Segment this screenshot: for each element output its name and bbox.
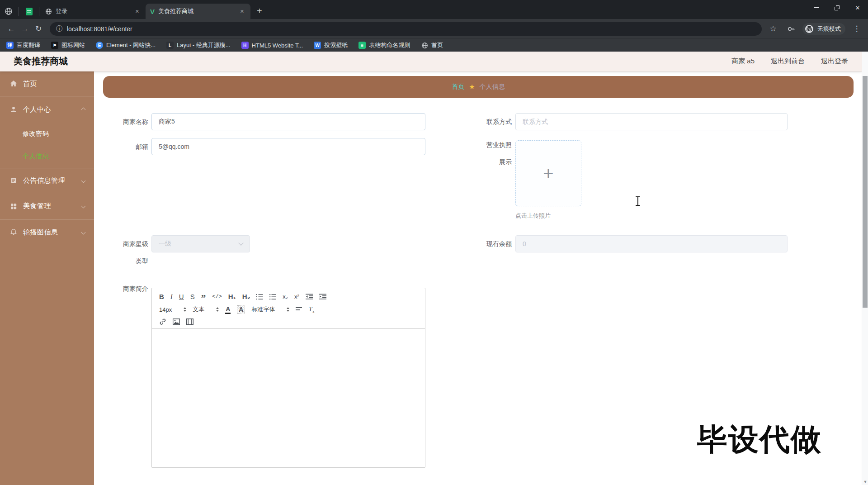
back-button[interactable]: ← [5, 22, 18, 36]
superscript-icon[interactable]: x² [294, 293, 299, 300]
sidebar-item-food-management[interactable]: 美食管理 [0, 193, 94, 219]
minimize-button[interactable] [806, 0, 826, 15]
tab-app[interactable]: V 美食推荐商城 ✕ [146, 4, 250, 19]
font-size-picker[interactable]: 14px [159, 306, 186, 313]
code-block-icon[interactable]: </> [212, 294, 222, 300]
tab-title: 美食推荐商城 [158, 7, 235, 15]
bookmark-favicon: ≡ [359, 42, 366, 49]
sidebar-item-carousel-info[interactable]: 轮播图信息 [0, 219, 94, 245]
updown-caret-icon [216, 307, 219, 312]
bookmark-layui[interactable]: L Layui - 经典开源模... [166, 41, 230, 49]
bookmark-home[interactable]: 首页 [421, 41, 443, 49]
bookmark-star-icon[interactable]: ☆ [766, 22, 780, 36]
line-height-icon[interactable] [296, 307, 302, 312]
sidebar-item-change-password[interactable]: 修改密码 [0, 123, 94, 145]
link-icon[interactable] [159, 318, 166, 325]
breadcrumb-current: 个人信息 [480, 83, 505, 91]
reload-button[interactable]: ↻ [32, 22, 45, 36]
scrollbar-thumb[interactable] [863, 76, 868, 308]
tab-close-icon[interactable]: ✕ [238, 8, 246, 15]
subscript-icon[interactable]: x₂ [283, 293, 288, 300]
sidebar-item-home[interactable]: 首页 [0, 71, 94, 96]
app-header: 美食推荐商城 商家 a5 退出到前台 退出登录 [0, 52, 862, 71]
balance-label: 现有余额 [479, 235, 512, 252]
scrollbar-down-arrow-icon[interactable]: ▼ [862, 480, 868, 484]
new-tab-button[interactable]: + [250, 6, 269, 19]
bookmark-table-naming[interactable]: ≡ 表结构命名规则 [359, 41, 410, 49]
license-label-line2: 展示 [479, 157, 512, 166]
logout-link[interactable]: 退出登录 [821, 57, 848, 66]
tab-login[interactable]: 登录 ✕ [41, 4, 146, 19]
email-input[interactable] [151, 138, 425, 155]
license-upload-dropzone[interactable]: + [515, 140, 581, 206]
updown-caret-icon [184, 307, 186, 312]
image-icon[interactable] [173, 319, 180, 325]
chevron-up-icon [81, 107, 86, 112]
sidebar-item-label: 首页 [23, 80, 37, 88]
contact-input[interactable] [515, 113, 788, 130]
star-level-select[interactable]: 一级 [151, 235, 250, 252]
bold-icon[interactable]: B [159, 293, 164, 301]
text-style-picker[interactable]: 文本 [193, 305, 219, 314]
ordered-list-icon[interactable] [256, 294, 263, 300]
bookmark-element[interactable]: E Element - 网站快... [96, 41, 156, 49]
vue-favicon: V [150, 8, 155, 15]
browser-tab-strip: 登录 ✕ V 美食推荐商城 ✕ + ✕ [0, 0, 868, 19]
restore-button[interactable] [826, 0, 847, 15]
font-family-picker[interactable]: 标准字体 [251, 305, 289, 314]
video-icon[interactable] [186, 319, 193, 325]
highlight-color-icon[interactable]: A [237, 305, 245, 314]
restore-icon [835, 5, 840, 10]
address-bar[interactable]: ⓘ localhost:8081/#/center [50, 22, 762, 36]
sidebar-item-notice-management[interactable]: 公告信息管理 [0, 168, 94, 193]
clear-format-icon[interactable]: Tx [308, 305, 314, 314]
close-button[interactable]: ✕ [847, 0, 868, 15]
sidebar-item-personal-center[interactable]: 个人中心 [0, 96, 94, 123]
incognito-icon [805, 24, 814, 33]
bookmark-wallpaper[interactable]: W 搜索壁纸 [314, 41, 348, 49]
editor-toolbar: B I U S ” </> H₁ H₂ x₂ x² [152, 288, 425, 329]
site-info-icon[interactable]: ⓘ [56, 25, 62, 33]
home-icon [10, 80, 17, 87]
chevron-down-icon [81, 178, 86, 183]
strikethrough-icon[interactable]: S [190, 293, 195, 301]
star-level-label-line1: 商家星级 [107, 235, 148, 252]
bullet-list-icon[interactable] [269, 294, 276, 300]
updown-caret-icon [287, 307, 289, 312]
header-links: 商家 a5 退出到前台 退出登录 [731, 57, 848, 66]
url-text: localhost:8081/#/center [67, 25, 132, 33]
page-scrollbar[interactable]: ▼ [862, 52, 868, 485]
indent-icon[interactable] [319, 294, 326, 300]
minimize-icon [814, 7, 819, 8]
tab-close-icon[interactable]: ✕ [133, 8, 141, 15]
editor-content[interactable] [152, 329, 425, 467]
bulletin-icon [10, 177, 17, 184]
bookmark-favicon: L [166, 42, 174, 49]
merchant-name-input[interactable] [151, 113, 425, 130]
italic-icon[interactable]: I [170, 293, 173, 301]
browser-menu-icon[interactable]: ⋮ [850, 22, 863, 36]
outdent-icon[interactable] [306, 294, 313, 300]
blockquote-icon[interactable]: ” [201, 292, 206, 301]
underline-icon[interactable]: U [179, 293, 184, 301]
pinned-tab-1[interactable] [0, 4, 17, 19]
bookmark-baidu-translate[interactable]: 译 百度翻译 [6, 41, 40, 49]
header-1-icon[interactable]: H₁ [228, 293, 236, 301]
sidebar-item-profile-active[interactable]: 个人信息 [0, 145, 94, 168]
text-color-icon[interactable]: A [225, 305, 231, 314]
text-style-value: 文本 [193, 305, 204, 314]
browser-toolbar: ← → ↻ ⓘ localhost:8081/#/center ☆ 无痕模式 ⋮ [0, 19, 868, 38]
bookmark-icon-site[interactable]: ⚑ 图标网站 [51, 41, 85, 49]
bookmark-html5[interactable]: H HTML5 Website T... [241, 42, 303, 49]
bookmark-favicon: W [314, 42, 321, 49]
breadcrumb-home-link[interactable]: 首页 [452, 83, 464, 91]
bookmark-favicon: H [241, 42, 249, 49]
password-key-icon[interactable] [784, 22, 798, 36]
exit-to-front-link[interactable]: 退出到前台 [771, 57, 805, 66]
bookmark-label: 图标网站 [61, 41, 85, 49]
forward-button[interactable]: → [18, 22, 32, 36]
header-2-icon[interactable]: H₂ [242, 293, 250, 301]
rich-text-editor: B I U S ” </> H₁ H₂ x₂ x² [151, 288, 425, 468]
pinned-tab-2[interactable] [20, 4, 38, 19]
bookmark-label: 搜索壁纸 [324, 41, 348, 49]
